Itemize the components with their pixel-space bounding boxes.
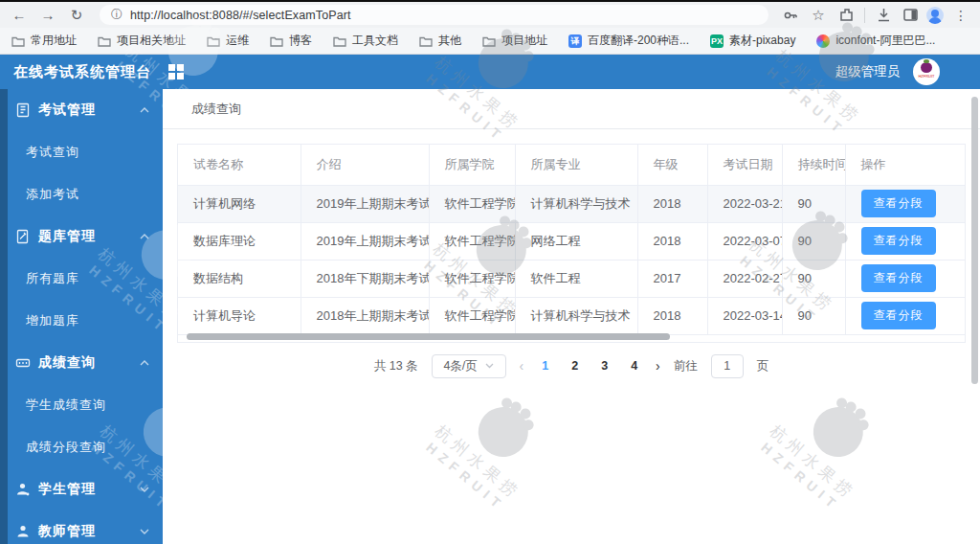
chevron-down-icon bbox=[485, 363, 494, 369]
forward-icon[interactable]: → bbox=[36, 4, 59, 27]
pixabay-favicon: PX bbox=[710, 34, 724, 48]
prev-page-button[interactable]: ‹ bbox=[520, 358, 524, 374]
sidebar-section-teacher-management[interactable]: 教师管理 bbox=[0, 510, 163, 544]
col-intro: 介绍 bbox=[301, 145, 429, 185]
main-content: 成绩查询 试卷名称 介绍 所属学院 所属专业 年级 考试日期 持续时间 操作 计… bbox=[163, 89, 980, 544]
browser-menu-icon[interactable]: ⋮ bbox=[949, 4, 972, 27]
page-size-select[interactable]: 4条/页 bbox=[432, 354, 506, 378]
sidebar-item-exam-query[interactable]: 考试查询 bbox=[0, 131, 163, 173]
view-segment-button[interactable]: 查看分段 bbox=[861, 302, 936, 329]
bookmark-folder[interactable]: 项目相关地址 bbox=[98, 33, 186, 49]
sidebar-section-score-query[interactable]: 成绩查询 bbox=[0, 342, 163, 384]
total-count-label: 共 13 条 bbox=[374, 358, 418, 374]
sidebar-section-student-management[interactable]: 学生管理 bbox=[0, 468, 163, 510]
app-title: 在线考试系统管理台 bbox=[13, 63, 151, 81]
teacher-icon bbox=[15, 524, 31, 539]
bookmark-folder[interactable]: 项目地址 bbox=[482, 33, 547, 49]
view-segment-button[interactable]: 查看分段 bbox=[861, 227, 936, 255]
page-number-3[interactable]: 3 bbox=[596, 359, 612, 373]
extensions-icon[interactable] bbox=[835, 7, 857, 23]
bookmark-folder[interactable]: 常用地址 bbox=[11, 33, 77, 49]
student-icon bbox=[15, 482, 31, 497]
bookmark-folder[interactable]: 工具文档 bbox=[333, 33, 398, 49]
sidebar-section-exam-management[interactable]: 考试管理 bbox=[0, 89, 163, 131]
collapse-menu-icon[interactable] bbox=[168, 64, 184, 79]
sidebar-item-score-segment-query[interactable]: 成绩分段查询 bbox=[0, 426, 163, 468]
iconfont-favicon bbox=[816, 34, 830, 48]
exam-table: 试卷名称 介绍 所属学院 所属专业 年级 考试日期 持续时间 操作 计算机网络 … bbox=[178, 145, 965, 335]
breadcrumb-bar: 成绩查询 bbox=[163, 89, 980, 129]
bookmark-folder[interactable]: 其他 bbox=[419, 33, 461, 49]
question-bank-icon bbox=[15, 229, 31, 244]
col-major: 所属专业 bbox=[515, 145, 637, 185]
table-row: 计算机导论 2018年上期期末考试 软件工程学院 计算机科学与技术 2018 2… bbox=[178, 297, 965, 334]
sidebar-section-question-bank[interactable]: 题库管理 bbox=[0, 215, 163, 258]
browser-profile-avatar[interactable] bbox=[926, 7, 944, 24]
page-number-4[interactable]: 4 bbox=[626, 359, 642, 373]
col-college: 所属学院 bbox=[429, 145, 515, 185]
bookmark-iconfont[interactable]: iconfont-阿里巴巴... bbox=[816, 33, 935, 49]
col-grade: 年级 bbox=[637, 145, 707, 185]
sidebar-item-student-score-query[interactable]: 学生成绩查询 bbox=[0, 384, 163, 426]
col-actions: 操作 bbox=[845, 145, 965, 185]
results-table-card: 试卷名称 介绍 所属学院 所属专业 年级 考试日期 持续时间 操作 计算机网络 … bbox=[177, 144, 966, 343]
browser-toolbar: ← → ↻ ⓘ http://localhost:8088/#/selectEx… bbox=[0, 0, 980, 28]
col-exam-date: 考试日期 bbox=[707, 145, 782, 185]
site-info-icon[interactable]: ⓘ bbox=[111, 7, 122, 23]
url-bar[interactable]: ⓘ http://localhost:8088/#/selectExamToPa… bbox=[100, 5, 768, 25]
table-row: 数据库理论 2019年上期期末考试 软件工程学院 网络工程 2018 2022-… bbox=[178, 222, 965, 260]
col-paper-name: 试卷名称 bbox=[178, 145, 301, 185]
bookmark-folder[interactable]: 博客 bbox=[270, 33, 312, 49]
chevron-up-icon bbox=[140, 107, 149, 113]
sidebar-menu: 考试管理 考试查询 添加考试 题库管理 所有题库 增加题库 成绩查询 学生成绩查… bbox=[0, 89, 163, 544]
chevron-up-icon bbox=[140, 234, 149, 239]
url-text: http://localhost:8088/#/selectExamToPart bbox=[130, 9, 351, 22]
download-icon[interactable] bbox=[873, 7, 894, 23]
goto-label: 前往 bbox=[674, 358, 698, 374]
view-segment-button[interactable]: 查看分段 bbox=[861, 264, 936, 292]
reload-icon[interactable]: ↻ bbox=[65, 4, 88, 27]
sidebar-item-all-banks[interactable]: 所有题库 bbox=[0, 258, 163, 300]
app-header: 在线考试系统管理台 超级管理员 HZFRUIT bbox=[0, 55, 980, 89]
next-page-button[interactable]: › bbox=[656, 358, 660, 374]
scrollbar-thumb[interactable] bbox=[187, 333, 670, 340]
user-avatar[interactable]: HZFRUIT bbox=[913, 58, 940, 85]
toolbar-separator bbox=[864, 8, 865, 23]
sidebar-item-add-exam[interactable]: 添加考试 bbox=[0, 173, 163, 215]
bookmark-star-icon[interactable]: ☆ bbox=[807, 4, 830, 27]
baidu-translate-favicon: 译 bbox=[568, 34, 582, 48]
chevron-down-icon bbox=[140, 487, 149, 492]
page-number-1[interactable]: 1 bbox=[537, 359, 553, 373]
chevron-down-icon bbox=[140, 529, 149, 534]
avatar-logo-text: HZFRUIT bbox=[913, 75, 940, 79]
goto-page-input[interactable] bbox=[711, 354, 744, 378]
side-panel-icon[interactable] bbox=[900, 7, 921, 23]
page-number-2[interactable]: 2 bbox=[567, 359, 583, 373]
col-duration: 持续时间 bbox=[782, 145, 845, 185]
table-header-row: 试卷名称 介绍 所属学院 所属专业 年级 考试日期 持续时间 操作 bbox=[178, 145, 965, 185]
bookmark-baidu-translate[interactable]: 译 百度翻译-200种语... bbox=[568, 33, 689, 49]
breadcrumb: 成绩查询 bbox=[191, 101, 241, 118]
password-key-icon[interactable] bbox=[780, 7, 801, 24]
bookmark-pixabay[interactable]: PX 素材-pixabay bbox=[710, 33, 795, 49]
avatar-fruit-logo bbox=[921, 62, 932, 73]
notebook-icon bbox=[15, 102, 31, 118]
pagination: 共 13 条 4条/页 ‹ 1 2 3 4 › 前往 页 bbox=[177, 353, 966, 378]
table-row: 数据结构 2018年下期期末考试 软件工程学院 软件工程 2017 2022-0… bbox=[178, 260, 965, 297]
table-row: 计算机网络 2019年上期期末考试 软件工程学院 计算机科学与技术 2018 2… bbox=[178, 185, 965, 222]
page-vertical-scrollbar[interactable] bbox=[971, 97, 978, 384]
bookmarks-bar: 常用地址 项目相关地址 运维 博客 工具文档 其他 项目地址 译 百度翻译-20… bbox=[0, 28, 980, 55]
chevron-up-icon bbox=[140, 360, 149, 366]
current-user-label: 超级管理员 bbox=[835, 63, 901, 80]
bookmark-folder[interactable]: 运维 bbox=[207, 33, 249, 49]
sidebar-item-add-bank[interactable]: 增加题库 bbox=[0, 300, 163, 342]
scores-icon bbox=[15, 355, 31, 371]
back-icon[interactable]: ← bbox=[8, 4, 31, 27]
page-unit-label: 页 bbox=[757, 358, 769, 374]
view-segment-button[interactable]: 查看分段 bbox=[861, 190, 936, 217]
table-horizontal-scrollbar[interactable] bbox=[178, 332, 965, 341]
